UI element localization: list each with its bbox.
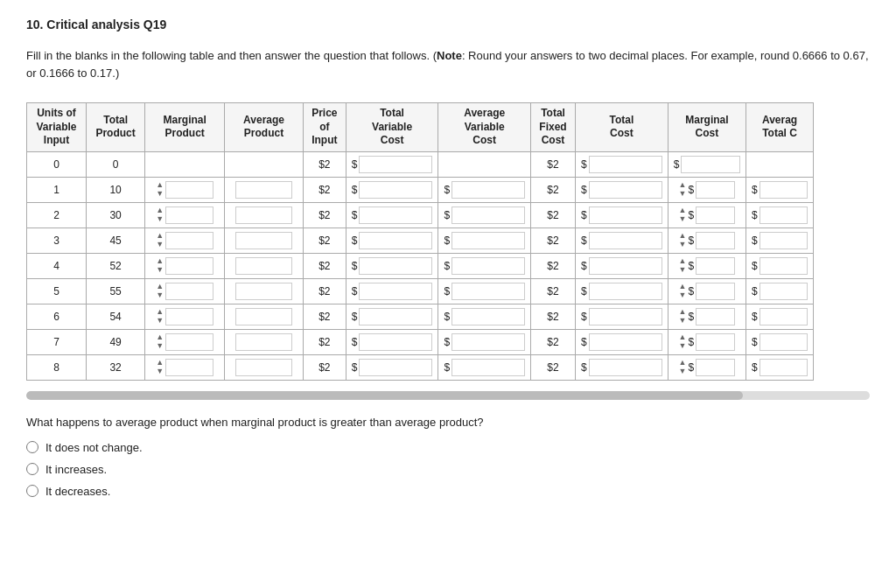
input-mp-7[interactable] xyxy=(165,333,214,351)
input-mp-8[interactable] xyxy=(165,359,214,376)
input-tc-5[interactable] xyxy=(589,283,662,300)
input-ap-6[interactable] xyxy=(235,308,292,326)
radio-no-change[interactable] xyxy=(26,441,38,453)
input-tvc-3[interactable] xyxy=(359,232,432,249)
cell-ap-1[interactable] xyxy=(225,177,304,202)
input-avc-6[interactable] xyxy=(452,308,525,326)
input-tvc-5[interactable] xyxy=(359,283,432,300)
cell-mc-2[interactable]: ▲▼$ xyxy=(668,202,746,228)
cell-mp-7[interactable]: ▲▼ xyxy=(145,329,225,354)
input-tc-7[interactable] xyxy=(589,333,662,351)
option-decreases[interactable]: It decreases. xyxy=(26,485,870,498)
input-tvc-6[interactable] xyxy=(359,308,432,326)
input-tvc-8[interactable] xyxy=(359,359,432,376)
input-ap-5[interactable] xyxy=(235,283,292,300)
cell-tc-4[interactable]: $ xyxy=(576,253,668,278)
cell-avc-6[interactable]: $ xyxy=(438,304,531,329)
cell-avc-3[interactable]: $ xyxy=(438,228,531,253)
input-avc-8[interactable] xyxy=(452,359,525,376)
input-ap-8[interactable] xyxy=(235,359,292,376)
input-mp-5[interactable] xyxy=(165,283,214,300)
cell-avc-5[interactable]: $ xyxy=(438,278,531,304)
cell-tvc-6[interactable]: $ xyxy=(346,304,438,329)
cell-tvc-7[interactable]: $ xyxy=(346,329,438,354)
cell-tc-6[interactable]: $ xyxy=(576,304,668,329)
cell-atc-4[interactable]: $ xyxy=(746,253,814,278)
input-tc-6[interactable] xyxy=(589,308,662,326)
cell-mc-8[interactable]: ▲▼$ xyxy=(668,354,746,380)
cell-atc-7[interactable]: $ xyxy=(746,329,814,354)
input-tvc-7[interactable] xyxy=(359,333,432,351)
cell-mc-7[interactable]: ▲▼$ xyxy=(668,329,746,354)
input-mc-3[interactable] xyxy=(696,232,735,249)
cell-tvc-5[interactable]: $ xyxy=(346,278,438,304)
cell-atc-6[interactable]: $ xyxy=(746,304,814,329)
input-tc-4[interactable] xyxy=(589,257,662,275)
cell-tc-7[interactable]: $ xyxy=(576,329,668,354)
input-mc-0[interactable] xyxy=(681,156,740,173)
cell-mc-3[interactable]: ▲▼$ xyxy=(668,228,746,253)
input-tvc-0[interactable] xyxy=(359,156,432,173)
input-tvc-1[interactable] xyxy=(359,181,432,199)
cell-atc-3[interactable]: $ xyxy=(746,228,814,253)
cell-tvc-8[interactable]: $ xyxy=(346,354,438,380)
input-mc-8[interactable] xyxy=(696,359,735,376)
cell-tc-0[interactable]: $ xyxy=(576,151,668,177)
cell-tvc-4[interactable]: $ xyxy=(346,253,438,278)
cell-ap-3[interactable] xyxy=(225,228,304,253)
cell-ap-6[interactable] xyxy=(225,304,304,329)
cell-mp-5[interactable]: ▲▼ xyxy=(145,278,225,304)
cell-tc-1[interactable]: $ xyxy=(576,177,668,202)
cell-tc-3[interactable]: $ xyxy=(576,228,668,253)
cell-mp-8[interactable]: ▲▼ xyxy=(145,354,225,380)
input-avc-5[interactable] xyxy=(452,283,525,300)
input-mc-7[interactable] xyxy=(696,333,735,351)
input-atc-5[interactable] xyxy=(760,283,808,300)
cell-tvc-3[interactable]: $ xyxy=(346,228,438,253)
cell-avc-1[interactable]: $ xyxy=(438,177,531,202)
input-atc-3[interactable] xyxy=(760,232,808,249)
option-increases[interactable]: It increases. xyxy=(26,463,870,476)
cell-tc-5[interactable]: $ xyxy=(576,278,668,304)
input-mp-6[interactable] xyxy=(165,308,214,326)
input-atc-4[interactable] xyxy=(760,257,808,275)
cell-ap-2[interactable] xyxy=(225,202,304,228)
input-avc-1[interactable] xyxy=(452,181,525,199)
input-avc-7[interactable] xyxy=(452,333,525,351)
input-avc-3[interactable] xyxy=(452,232,525,249)
cell-ap-4[interactable] xyxy=(225,253,304,278)
cell-ap-7[interactable] xyxy=(225,329,304,354)
cell-atc-2[interactable]: $ xyxy=(746,202,814,228)
cell-ap-5[interactable] xyxy=(225,278,304,304)
input-mc-4[interactable] xyxy=(696,257,735,275)
radio-decreases[interactable] xyxy=(26,485,38,497)
cell-mp-3[interactable]: ▲▼ xyxy=(145,228,225,253)
cell-mc-4[interactable]: ▲▼$ xyxy=(668,253,746,278)
horizontal-scrollbar[interactable] xyxy=(26,391,870,400)
input-atc-1[interactable] xyxy=(760,181,808,199)
option-no-change[interactable]: It does not change. xyxy=(26,441,870,454)
input-atc-7[interactable] xyxy=(760,333,808,351)
input-tvc-2[interactable] xyxy=(359,206,432,224)
input-tvc-4[interactable] xyxy=(359,257,432,275)
cell-tvc-2[interactable]: $ xyxy=(346,202,438,228)
cell-tc-2[interactable]: $ xyxy=(576,202,668,228)
cell-mp-1[interactable]: ▲▼ xyxy=(145,177,225,202)
cell-mc-1[interactable]: ▲▼$ xyxy=(668,177,746,202)
input-ap-4[interactable] xyxy=(235,257,292,275)
input-atc-6[interactable] xyxy=(760,308,808,326)
input-mp-3[interactable] xyxy=(165,232,214,249)
radio-increases[interactable] xyxy=(26,463,38,475)
input-mp-2[interactable] xyxy=(165,206,214,224)
input-tc-3[interactable] xyxy=(589,232,662,249)
cell-ap-8[interactable] xyxy=(225,354,304,380)
input-mc-1[interactable] xyxy=(696,181,735,199)
cell-mp-2[interactable]: ▲▼ xyxy=(145,202,225,228)
cell-avc-8[interactable]: $ xyxy=(438,354,531,380)
input-ap-3[interactable] xyxy=(235,232,292,249)
cell-mc-6[interactable]: ▲▼$ xyxy=(668,304,746,329)
cell-mp-4[interactable]: ▲▼ xyxy=(145,253,225,278)
input-mc-5[interactable] xyxy=(696,283,735,300)
input-ap-7[interactable] xyxy=(235,333,292,351)
input-avc-2[interactable] xyxy=(452,206,525,224)
